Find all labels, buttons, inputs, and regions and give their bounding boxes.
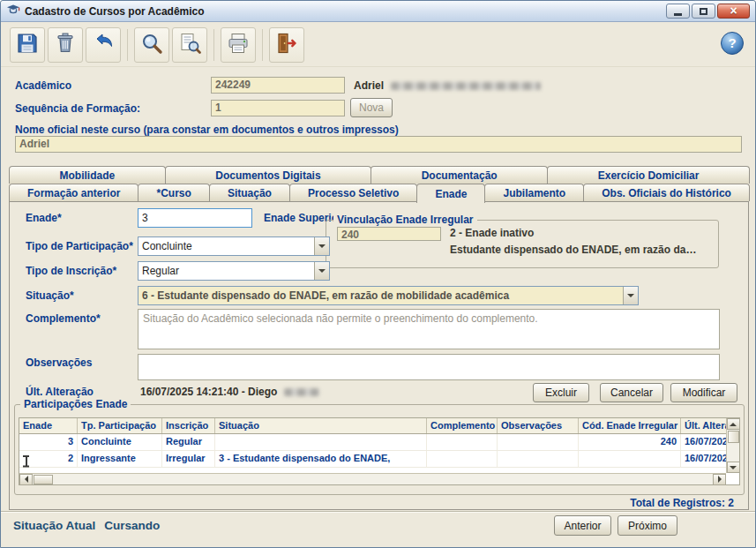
cell bbox=[498, 434, 579, 450]
tipo-inscricao-label: Tipo de Inscrição* bbox=[26, 265, 116, 277]
toolbar: ? bbox=[1, 23, 755, 67]
vinculacao-code-field: 240 bbox=[337, 227, 441, 241]
delete-icon bbox=[53, 31, 78, 58]
tab-documentos-digitais[interactable]: Documentos Digitais bbox=[165, 166, 371, 184]
print-button[interactable] bbox=[221, 27, 256, 63]
undo-icon bbox=[91, 31, 116, 58]
dropdown-arrow-icon[interactable] bbox=[623, 287, 638, 304]
help-icon: ? bbox=[720, 45, 745, 58]
chevron-down-icon bbox=[627, 294, 634, 297]
app-icon bbox=[6, 3, 20, 19]
participacoes-table[interactable]: Enade Tp. Participação Inscrição Situaçã… bbox=[19, 417, 740, 485]
tab-obs-oficiais-historico[interactable]: Obs. Oficiais do Histórico bbox=[583, 184, 750, 201]
cell bbox=[579, 451, 681, 467]
table-row[interactable]: 2 Ingressante Irregular 3 - Estudante di… bbox=[19, 451, 726, 468]
anterior-button[interactable]: Anterior bbox=[554, 515, 611, 536]
vinculacao-desc-line1: 2 - Enade inativo bbox=[450, 227, 534, 239]
academico-code-field: 242249 bbox=[211, 77, 345, 94]
cell: Concluinte bbox=[78, 434, 162, 450]
proximo-button[interactable]: Próximo bbox=[618, 515, 677, 536]
cell: 3 bbox=[19, 434, 78, 450]
minimize-button[interactable] bbox=[666, 4, 690, 19]
tab-jubilamento[interactable]: Jubilamento bbox=[484, 184, 584, 201]
table-header-row: Enade Tp. Participação Inscrição Situaçã… bbox=[19, 418, 726, 434]
close-button[interactable] bbox=[717, 4, 750, 19]
minimize-icon bbox=[674, 13, 682, 16]
search-icon bbox=[139, 31, 164, 58]
vertical-scroll-thumb[interactable] bbox=[728, 431, 739, 443]
text-cursor bbox=[23, 455, 29, 467]
column-header[interactable]: Cód. Enade Irregular bbox=[579, 418, 681, 433]
cell: 3 - Estudante dispensado do ENADE, bbox=[215, 451, 427, 467]
scroll-up-button[interactable] bbox=[727, 418, 740, 430]
tab-exercicio-domiciliar[interactable]: Exercício Domiciliar bbox=[547, 166, 750, 184]
toolbar-separator bbox=[127, 29, 128, 61]
print-preview-button[interactable] bbox=[172, 27, 207, 63]
redacted-user bbox=[284, 388, 319, 396]
column-header[interactable]: Enade bbox=[19, 418, 78, 433]
tab-enade[interactable]: Enade bbox=[416, 184, 485, 203]
tipo-participacao-value: Concluinte bbox=[138, 237, 314, 255]
titlebar[interactable]: Cadastro de Cursos por Acadêmico bbox=[1, 1, 755, 22]
chevron-down-icon bbox=[318, 269, 326, 273]
tab-situacao[interactable]: Situação bbox=[209, 184, 290, 201]
search-button[interactable] bbox=[134, 27, 169, 63]
arrow-down-icon bbox=[730, 466, 737, 469]
excluir-button[interactable]: Excluir bbox=[533, 383, 589, 402]
delete-button[interactable] bbox=[48, 27, 83, 63]
scroll-down-button[interactable] bbox=[727, 462, 740, 473]
tab-formacao-anterior[interactable]: Formação anterior bbox=[9, 184, 138, 201]
column-header[interactable]: Últ. Alteraçã bbox=[681, 418, 726, 433]
maximize-button[interactable] bbox=[692, 4, 715, 19]
scroll-right-button[interactable] bbox=[713, 474, 726, 485]
toolbar-separator bbox=[213, 29, 214, 61]
observacoes-label: Observações bbox=[26, 357, 92, 369]
academico-name-row: Adriel bbox=[354, 79, 541, 92]
column-header[interactable]: Complemento bbox=[427, 418, 498, 433]
complemento-textarea[interactable] bbox=[138, 309, 720, 349]
save-icon bbox=[15, 31, 40, 58]
horizontal-scroll-thumb[interactable] bbox=[34, 475, 53, 484]
tab-processo-seletivo[interactable]: Processo Seletivo bbox=[289, 184, 417, 201]
save-button[interactable] bbox=[10, 27, 45, 63]
cell: Regular bbox=[162, 434, 215, 450]
situacao-value: 6 - Estudante dispensado do ENADE, em ra… bbox=[138, 287, 623, 304]
tab-documentacao[interactable]: Documentação bbox=[371, 166, 548, 184]
vertical-scrollbar[interactable] bbox=[726, 418, 739, 473]
column-header[interactable]: Inscrição bbox=[162, 418, 215, 433]
exit-button[interactable] bbox=[269, 27, 304, 63]
scroll-left-button[interactable] bbox=[19, 474, 33, 485]
cancelar-button[interactable]: Cancelar bbox=[600, 383, 663, 402]
horizontal-scrollbar[interactable] bbox=[19, 473, 726, 484]
observacoes-textarea[interactable] bbox=[138, 354, 720, 380]
dropdown-arrow-icon[interactable] bbox=[314, 262, 329, 280]
arrow-right-icon bbox=[718, 476, 722, 483]
tipo-participacao-select[interactable]: Concluinte bbox=[138, 236, 330, 256]
footer-divider bbox=[1, 511, 755, 512]
nome-oficial-label: Nome oficial neste curso (para constar e… bbox=[15, 124, 399, 136]
dropdown-arrow-icon[interactable] bbox=[314, 237, 329, 255]
column-header[interactable]: Tp. Participação bbox=[78, 418, 162, 433]
close-icon bbox=[730, 4, 737, 18]
toolbar-separator bbox=[262, 29, 263, 61]
cell: 16/07/2025 1 bbox=[681, 451, 726, 467]
tab-mobilidade[interactable]: Mobilidade bbox=[9, 166, 166, 184]
arrow-left-icon bbox=[25, 476, 28, 483]
table-row[interactable]: 3 Concluinte Regular 240 16/07/2025 1 bbox=[19, 434, 726, 451]
undo-button[interactable] bbox=[86, 27, 121, 63]
situacao-atual-label: Situação Atual bbox=[13, 519, 95, 532]
tab-curso[interactable]: *Curso bbox=[138, 184, 209, 201]
situacao-select[interactable]: 6 - Estudante dispensado do ENADE, em ra… bbox=[138, 286, 639, 305]
participacoes-groupbox: Participações Enade Enade Tp. Participaç… bbox=[14, 404, 745, 495]
tipo-inscricao-select[interactable]: Regular bbox=[138, 261, 330, 281]
nova-button[interactable]: Nova bbox=[350, 98, 393, 117]
help-button[interactable]: ? bbox=[718, 31, 746, 59]
modificar-button[interactable]: Modificar bbox=[670, 383, 737, 402]
column-header[interactable]: Situação bbox=[215, 418, 427, 433]
column-header[interactable]: Observações bbox=[498, 418, 579, 433]
enade-input[interactable] bbox=[138, 208, 252, 228]
tab-row-1: Mobilidade Documentos Digitais Documenta… bbox=[9, 166, 749, 184]
cell bbox=[427, 451, 498, 467]
print-preview-icon bbox=[177, 31, 202, 58]
table-body: 3 Concluinte Regular 240 16/07/2025 1 2 … bbox=[19, 434, 726, 473]
